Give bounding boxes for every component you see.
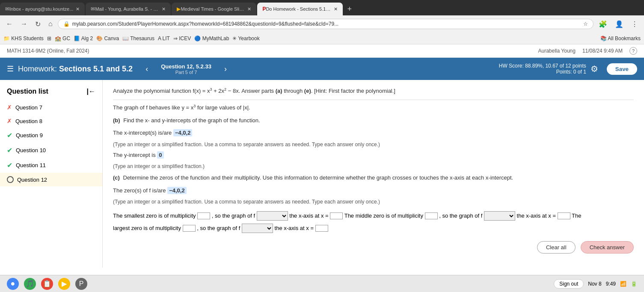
largest-behavior-select[interactable]: crosses touches [242,224,273,233]
bookmark-lit[interactable]: A LIT [158,35,170,41]
user-name: Aurabella Young [538,48,576,54]
largest-x-input[interactable] [315,225,328,232]
forward-button[interactable]: → [18,19,30,29]
sidebar-item-10[interactable]: ✔ Question 10 [0,143,102,158]
sidebar-label-12: Question 12 [17,177,47,183]
part-b-text: (b) Find the x- and y-intercepts of the … [113,116,634,125]
tab-slides-label: Medieval Times - Google Slides [181,6,245,12]
bookmark-yearbook[interactable]: ✳ Yearbook [232,35,259,41]
save-button[interactable]: Save [607,63,637,75]
smallest-multiplicity-input[interactable] [197,212,210,219]
hw-score-text: HW Score: 88.89%, 10.67 of 12 points [499,63,586,69]
bookmark-icev[interactable]: ⇒ ICEV [173,35,191,41]
sidebar-label-8: Question 8 [15,118,42,124]
smallest-x-input[interactable] [330,212,343,219]
zeros-text: The zero(s) of f is/are −4,0,2 [113,186,634,195]
app-icon-1[interactable]: 🎵 [24,278,36,290]
tab-mail-close[interactable]: ✕ [162,6,166,12]
bookmark-gc[interactable]: 🏫 GC [55,35,70,41]
sign-out-button[interactable]: Sign out [554,279,584,289]
status-icon-10: ✔ [7,146,12,154]
content-area: Analyze the polynomial function f(x) = x… [103,80,644,268]
x-intercept-text: The x-intercept(s) is/are −4,0,2 [113,129,634,137]
bookmark-grid[interactable]: ⊞ [47,35,51,41]
tab-slides-icon: ▶ [177,6,181,12]
first-page-icon[interactable]: |← [87,88,95,95]
sidebar-item-12[interactable]: Question 12 [0,173,102,186]
top-bar: MATH 1314-9M2 (Online, Fall 2024) Aurabe… [0,44,644,58]
question-part: Part 5 of 7 [175,70,197,75]
star-icon[interactable]: ☆ [583,21,588,27]
question-label: Question 12, 5.2.33 [161,63,211,70]
course-title: MATH 1314-9M2 (Online, Fall 2024) [7,48,89,54]
tab-slides[interactable]: ▶ Medieval Times - Google Slides ✕ [172,3,256,15]
tab-inbox-icon: ✉ [5,6,9,12]
address-bar[interactable]: 🔒 mylab.pearson.com/Student/PlayerHomewo… [58,19,594,29]
x-intercept-value: −4,0,2 [173,129,193,136]
app-icon-2[interactable]: 📋 [41,278,53,290]
app-icon-3[interactable]: ▶ [58,278,70,290]
sidebar-item-11[interactable]: ✔ Question 11 [0,158,102,173]
settings-icon[interactable]: ⚙ [591,64,598,74]
reload-button[interactable]: ↻ [33,19,43,29]
tab-homework[interactable]: P Do Homework - Sections 5.1 a... ✕ [257,3,343,15]
middle-multiplicity-input[interactable] [425,212,438,219]
next-question-button[interactable]: › [224,65,227,74]
prev-question-button[interactable]: ‹ [145,65,148,74]
tab-slides-close[interactable]: ✕ [247,6,251,12]
taskbar: ● 🎵 📋 ▶ P Sign out Nov 8 9:49 📶 🔋 [0,275,644,292]
largest-graph-label: , so the graph of f [197,225,242,231]
bookmark-khs[interactable]: 📁 KHS Students [3,35,44,41]
sidebar-item-9[interactable]: ✔ Question 9 [0,128,102,143]
tab-homework-close[interactable]: ✕ [334,6,338,12]
bookmark-thesaurus[interactable]: 📖 Thesaurus [122,35,154,41]
smallest-xaxis-label: the x-axis at x = [289,212,330,219]
bookmark-canva[interactable]: 🎨 Canva [96,35,119,41]
largest-multiplicity-input[interactable] [183,225,196,232]
address-text: mylab.pearson.com/Student/PlayerHomework… [72,21,580,27]
extensions-button[interactable]: 🧩 [596,19,610,29]
smallest-behavior-select[interactable]: crosses touches [257,211,288,221]
tab-mail[interactable]: ✉ Mail - Young, Aurabella S. - O... ✕ [86,3,171,15]
wifi-icon: 📶 [620,281,626,287]
tab-inbox-label: Inbox - ayoung@stu.kountze... [9,6,73,12]
bookmark-alg2[interactable]: 📘 Alg 2 [74,35,93,41]
sidebar-label-11: Question 11 [16,162,46,168]
menu-button[interactable]: ⋮ [629,19,641,29]
middle-graph-label: , so the graph of f [439,212,484,219]
battery-icon: 🔋 [631,281,637,287]
x-intercept-note: (Type an integer or a simplified fractio… [113,142,634,147]
home-button[interactable]: ⌂ [46,19,55,29]
main-layout: Question list |← ✗ Question 7 ✗ Question… [0,80,644,268]
help-icon[interactable]: ? [629,47,637,55]
sidebar-item-7[interactable]: ✗ Question 7 [0,100,102,114]
analyze-text: Analyze the polynomial function f(x) = x… [113,87,634,95]
chrome-icon[interactable]: ● [7,278,19,290]
tab-homework-icon: P [262,6,266,12]
taskbar-right: Sign out Nov 8 9:49 📶 🔋 [554,279,637,289]
middle-behavior-select[interactable]: crosses touches [484,211,515,221]
tab-inbox[interactable]: ✉ Inbox - ayoung@stu.kountze... ✕ [0,3,85,15]
taskbar-time: 9:49 [606,281,616,287]
new-tab-button[interactable]: + [344,5,355,14]
zeros-value: −4,0,2 [167,187,187,194]
points-text: Points: 0 of 1 [499,69,586,75]
clear-all-button[interactable]: Clear all [537,241,576,254]
sidebar-label-10: Question 10 [16,147,46,153]
menu-icon[interactable]: ☰ [7,64,14,74]
tab-inbox-close[interactable]: ✕ [76,6,80,12]
all-bookmarks[interactable]: 📚 All Bookmarks [600,35,641,41]
back-button[interactable]: ← [3,19,15,29]
profile-button[interactable]: 👤 [612,19,626,29]
bookmark-mymathlab[interactable]: 🔵 MyMathLab [194,35,229,41]
sidebar-title: Question list |← [0,84,102,100]
check-answer-button[interactable]: Check answer [581,241,634,254]
y-intercept-text: The y-intercept is 0 [113,151,634,159]
sidebar-label-7: Question 7 [15,104,42,111]
middle-x-input[interactable] [558,212,570,219]
page-content: MATH 1314-9M2 (Online, Fall 2024) Aurabe… [0,44,644,277]
app-icon-4[interactable]: P [75,278,87,290]
tab-mail-label: Mail - Young, Aurabella S. - O... [95,6,159,12]
sidebar-item-8[interactable]: ✗ Question 8 [0,114,102,128]
taskbar-apps: ● 🎵 📋 ▶ P [7,278,87,290]
